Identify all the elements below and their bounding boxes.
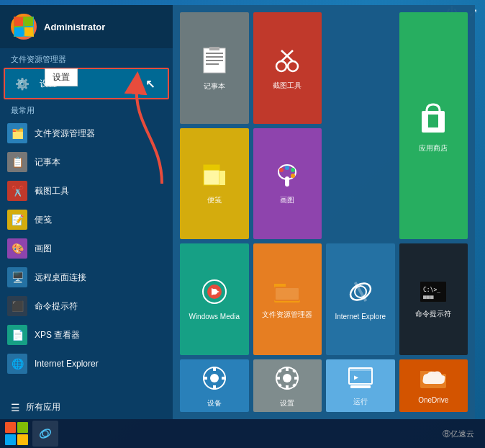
notepad-icon: 📋 (7, 152, 27, 172)
xps-label: XPS 查看器 (35, 329, 80, 341)
windows-media-tile-label: Windows Media (189, 313, 240, 321)
svg-point-11 (276, 61, 286, 71)
settings-menu-item[interactable]: ⚙️ 设置 ↖ (4, 68, 169, 99)
svg-point-12 (288, 61, 298, 71)
sidebar-item-rdp[interactable]: 🖥️ 远程桌面连接 (0, 263, 173, 292)
notepad-tile-icon (202, 47, 227, 78)
paint-icon: 🎨 (7, 238, 27, 259)
run-tile[interactable]: ▶ 运行 (326, 359, 395, 412)
cursor-indicator: ↖ (145, 77, 155, 91)
windows-logo (5, 422, 28, 445)
settings-tile-icon (274, 365, 300, 395)
sidebar-item-file-manager[interactable]: 🗂️ 文件资源管理器 (0, 119, 173, 148)
rdp-icon: 🖥️ (7, 267, 27, 287)
run-tile-icon: ▶ (348, 367, 373, 393)
file-manager-tile-icon (274, 281, 300, 306)
user-name: Administrator (44, 22, 105, 32)
paint-label: 画图 (35, 243, 52, 255)
sticky-tile[interactable]: 便笺 (180, 128, 249, 240)
start-button[interactable] (4, 421, 30, 447)
cmd-tile-icon: C:\>_ ■■■ (420, 282, 446, 305)
svg-point-64 (39, 428, 53, 440)
svg-text:C:\>_: C:\>_ (423, 287, 440, 293)
win-logo-red (5, 422, 16, 433)
run-tile-label: 运行 (353, 398, 368, 406)
devices-tile-icon (201, 365, 227, 395)
taskbar: ⑧亿速云 (0, 419, 485, 448)
snipping-tile-label: 截图工具 (273, 81, 302, 90)
store-tile[interactable]: 应用商店 (399, 12, 468, 239)
devices-tile[interactable]: 设备 (180, 359, 249, 412)
ie-label: Internet Explorer (35, 359, 99, 369)
sidebar-item-snipping[interactable]: ✂️ 截图工具 (0, 176, 173, 205)
file-manager-section-label: 文件资源管理器 (0, 48, 173, 68)
devices-tile-label: 设备 (207, 399, 222, 408)
svg-point-65 (42, 431, 48, 436)
cmd-label: 命令提示符 (35, 300, 78, 313)
windows-media-tile[interactable]: Windows Media (180, 243, 249, 355)
ie-tile-label: Internet Explore (335, 313, 386, 321)
onedrive-tile-label: OneDrive (418, 396, 448, 405)
sidebar-item-notepad[interactable]: 📋 记事本 (0, 148, 173, 176)
ie-tile[interactable]: Internet Explore (326, 243, 395, 355)
taskbar-right: ⑧亿速云 (443, 429, 481, 439)
svg-point-23 (285, 166, 289, 170)
svg-rect-6 (206, 53, 223, 54)
svg-rect-43 (213, 367, 216, 371)
svg-rect-45 (203, 377, 207, 380)
svg-rect-1 (14, 17, 23, 26)
svg-rect-34 (276, 288, 299, 300)
svg-text:■■■: ■■■ (423, 294, 434, 300)
settings-tile[interactable]: 设置 (253, 359, 322, 412)
file-manager-tile[interactable]: 文件资源管理器 (253, 243, 322, 355)
sticky-icon: 📝 (7, 210, 27, 230)
taskbar-ie-button[interactable] (32, 421, 58, 447)
sidebar-item-cmd[interactable]: ⬛ 命令提示符 (0, 292, 173, 321)
cmd-tile-label: 命令提示符 (415, 310, 451, 318)
svg-rect-52 (294, 377, 299, 380)
store-tile-label: 应用商店 (419, 144, 448, 153)
cmd-icon: ⬛ (7, 296, 27, 316)
svg-rect-7 (206, 56, 223, 58)
recently-used-label: 最常用 (0, 99, 173, 119)
paint-tile-icon (275, 163, 299, 192)
win-logo-blue (5, 434, 16, 445)
sidebar-item-paint[interactable]: 🎨 画图 (0, 234, 173, 263)
win-logo-yellow (17, 434, 28, 445)
sidebar-item-sticky[interactable]: 📝 便笺 (0, 205, 173, 234)
svg-rect-19 (219, 171, 225, 185)
paint-tile-label: 画图 (280, 196, 294, 205)
windows-media-tile-icon (201, 279, 227, 308)
sticky-tile-icon (202, 163, 227, 192)
svg-rect-51 (276, 377, 280, 380)
onedrive-tile[interactable]: OneDrive (399, 359, 468, 412)
paint-tile[interactable]: 画图 (253, 128, 322, 240)
settings-tile-label: 设置 (280, 399, 294, 408)
file-manager-tile-label: 文件资源管理器 (262, 310, 312, 319)
snipping-icon: ✂️ (7, 181, 27, 201)
settings-menu-icon: ⚙️ (12, 73, 32, 94)
sidebar-item-xps[interactable]: 📄 XPS 查看器 (0, 321, 173, 349)
snipping-tile[interactable]: 截图工具 (253, 12, 322, 124)
empty-tile-1 (326, 12, 395, 124)
sidebar-item-ie[interactable]: 🌐 Internet Explorer (0, 349, 173, 378)
all-apps-row[interactable]: ☰ 所有应用 (0, 395, 173, 419)
xps-icon: 📄 (7, 325, 27, 345)
cmd-tile[interactable]: C:\>_ ■■■ 命令提示符 (399, 243, 468, 355)
tiles-panel: 记事本 截图工具 (173, 5, 475, 419)
store-tile-icon (418, 100, 448, 140)
svg-point-42 (210, 374, 219, 382)
win-logo-green (17, 422, 28, 433)
notepad-label: 记事本 (35, 156, 60, 169)
avatar (11, 14, 37, 40)
file-manager-label: 文件资源管理器 (35, 127, 95, 140)
svg-rect-18 (204, 165, 219, 170)
svg-rect-58 (349, 368, 372, 371)
settings-tooltip: 设置 (45, 68, 78, 86)
watermark-text: ⑧亿速云 (443, 429, 474, 439)
start-menu: Administrator 文件资源管理器 设置 ⚙️ 设置 ↖ 最常用 🗂️ … (0, 5, 475, 419)
rdp-label: 远程桌面连接 (35, 272, 86, 284)
notepad-tile[interactable]: 记事本 (180, 12, 249, 124)
svg-rect-26 (285, 176, 289, 187)
svg-point-24 (291, 168, 295, 172)
